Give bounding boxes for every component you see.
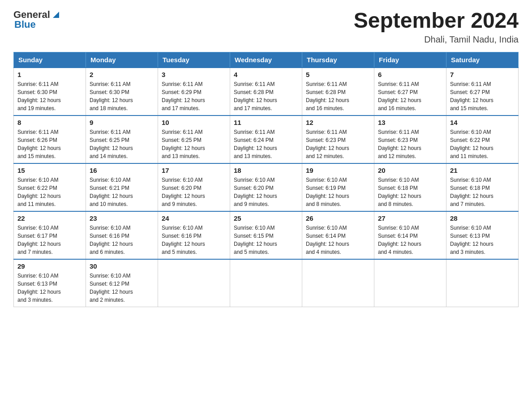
calendar-cell: 16 Sunrise: 6:10 AM Sunset: 6:21 PM Dayl… [86,163,158,211]
day-info: Sunrise: 6:11 AM Sunset: 6:25 PM Dayligh… [162,128,226,160]
day-info: Sunrise: 6:10 AM Sunset: 6:20 PM Dayligh… [162,176,226,208]
page-subtitle: Dhali, Tamil Nadu, India [354,34,519,45]
day-number: 6 [378,71,442,78]
day-info: Sunrise: 6:10 AM Sunset: 6:17 PM Dayligh… [17,224,82,256]
day-info: Sunrise: 6:10 AM Sunset: 6:21 PM Dayligh… [90,176,154,208]
calendar-week-row: 8 Sunrise: 6:11 AM Sunset: 6:26 PM Dayli… [14,116,519,163]
day-number: 30 [90,262,154,270]
day-number: 20 [378,167,442,174]
title-block: September 2024 Dhali, Tamil Nadu, India [354,9,519,45]
logo-icon: General Blue [13,9,61,30]
calendar-cell: 6 Sunrise: 6:11 AM Sunset: 6:27 PM Dayli… [374,68,446,116]
day-number: 12 [306,119,370,126]
calendar-header-sunday: Sunday [14,52,86,68]
calendar-header-monday: Monday [86,52,158,68]
day-info: Sunrise: 6:11 AM Sunset: 6:30 PM Dayligh… [17,80,82,112]
day-info: Sunrise: 6:10 AM Sunset: 6:22 PM Dayligh… [450,128,515,160]
calendar-header-friday: Friday [374,52,446,68]
calendar-cell: 19 Sunrise: 6:10 AM Sunset: 6:19 PM Dayl… [302,163,374,211]
day-number: 3 [162,71,226,78]
day-number: 28 [450,214,515,222]
calendar-cell: 24 Sunrise: 6:10 AM Sunset: 6:16 PM Dayl… [158,211,230,259]
calendar-cell: 30 Sunrise: 6:10 AM Sunset: 6:12 PM Dayl… [86,259,158,307]
day-info: Sunrise: 6:10 AM Sunset: 6:20 PM Dayligh… [234,176,298,208]
calendar-cell: 13 Sunrise: 6:11 AM Sunset: 6:23 PM Dayl… [374,116,446,163]
calendar-header-tuesday: Tuesday [158,52,230,68]
calendar-cell [446,259,519,307]
day-number: 13 [378,119,442,126]
calendar-cell: 14 Sunrise: 6:10 AM Sunset: 6:22 PM Dayl… [446,116,519,163]
calendar-week-row: 29 Sunrise: 6:10 AM Sunset: 6:13 PM Dayl… [14,259,519,307]
calendar-cell: 21 Sunrise: 6:10 AM Sunset: 6:18 PM Dayl… [446,163,519,211]
calendar-cell: 8 Sunrise: 6:11 AM Sunset: 6:26 PM Dayli… [14,116,86,163]
calendar-header-thursday: Thursday [302,52,374,68]
day-number: 11 [234,119,298,126]
day-info: Sunrise: 6:10 AM Sunset: 6:16 PM Dayligh… [90,224,154,256]
day-info: Sunrise: 6:10 AM Sunset: 6:18 PM Dayligh… [450,176,515,208]
day-number: 21 [450,167,515,174]
day-number: 27 [378,214,442,222]
calendar-cell: 18 Sunrise: 6:10 AM Sunset: 6:20 PM Dayl… [230,163,302,211]
day-number: 24 [162,214,226,222]
day-number: 7 [450,71,515,78]
calendar-cell: 28 Sunrise: 6:10 AM Sunset: 6:13 PM Dayl… [446,211,519,259]
calendar-cell [374,259,446,307]
day-info: Sunrise: 6:11 AM Sunset: 6:23 PM Dayligh… [306,128,370,160]
day-info: Sunrise: 6:10 AM Sunset: 6:13 PM Dayligh… [450,224,515,256]
calendar-cell: 22 Sunrise: 6:10 AM Sunset: 6:17 PM Dayl… [14,211,86,259]
calendar-week-row: 22 Sunrise: 6:10 AM Sunset: 6:17 PM Dayl… [14,211,519,259]
day-number: 4 [234,71,298,78]
calendar-cell: 27 Sunrise: 6:10 AM Sunset: 6:14 PM Dayl… [374,211,446,259]
day-number: 15 [17,167,82,174]
day-info: Sunrise: 6:11 AM Sunset: 6:27 PM Dayligh… [378,80,442,112]
calendar-cell: 26 Sunrise: 6:10 AM Sunset: 6:14 PM Dayl… [302,211,374,259]
day-number: 22 [17,214,82,222]
day-info: Sunrise: 6:11 AM Sunset: 6:26 PM Dayligh… [17,128,82,160]
calendar-cell: 29 Sunrise: 6:10 AM Sunset: 6:13 PM Dayl… [14,259,86,307]
calendar-cell: 2 Sunrise: 6:11 AM Sunset: 6:30 PM Dayli… [86,68,158,116]
calendar-week-row: 1 Sunrise: 6:11 AM Sunset: 6:30 PM Dayli… [14,68,519,116]
day-number: 1 [17,71,82,78]
calendar-cell [158,259,230,307]
calendar-cell: 23 Sunrise: 6:10 AM Sunset: 6:16 PM Dayl… [86,211,158,259]
calendar-cell: 11 Sunrise: 6:11 AM Sunset: 6:24 PM Dayl… [230,116,302,163]
day-info: Sunrise: 6:10 AM Sunset: 6:13 PM Dayligh… [17,272,82,304]
day-info: Sunrise: 6:11 AM Sunset: 6:25 PM Dayligh… [90,128,154,160]
day-info: Sunrise: 6:10 AM Sunset: 6:12 PM Dayligh… [90,272,154,304]
day-number: 2 [90,71,154,78]
page-header: General Blue September 2024 Dhali, Tamil… [13,9,519,45]
day-number: 5 [306,71,370,78]
day-info: Sunrise: 6:10 AM Sunset: 6:22 PM Dayligh… [17,176,82,208]
svg-marker-0 [53,12,59,18]
day-number: 8 [17,119,82,126]
day-info: Sunrise: 6:11 AM Sunset: 6:24 PM Dayligh… [234,128,298,160]
calendar-cell: 12 Sunrise: 6:11 AM Sunset: 6:23 PM Dayl… [302,116,374,163]
day-info: Sunrise: 6:11 AM Sunset: 6:29 PM Dayligh… [162,80,226,112]
calendar-header-row: SundayMondayTuesdayWednesdayThursdayFrid… [14,52,519,68]
calendar-cell: 1 Sunrise: 6:11 AM Sunset: 6:30 PM Dayli… [14,68,86,116]
day-number: 10 [162,119,226,126]
logo-triangle-icon [51,10,61,20]
day-info: Sunrise: 6:11 AM Sunset: 6:27 PM Dayligh… [450,80,515,112]
day-info: Sunrise: 6:11 AM Sunset: 6:23 PM Dayligh… [378,128,442,160]
calendar-cell: 4 Sunrise: 6:11 AM Sunset: 6:28 PM Dayli… [230,68,302,116]
day-number: 23 [90,214,154,222]
logo: General Blue [13,9,61,30]
calendar-cell [302,259,374,307]
day-info: Sunrise: 6:10 AM Sunset: 6:14 PM Dayligh… [306,224,370,256]
day-info: Sunrise: 6:10 AM Sunset: 6:14 PM Dayligh… [378,224,442,256]
logo-blue-text: Blue [14,19,36,30]
day-number: 9 [90,119,154,126]
calendar-cell: 20 Sunrise: 6:10 AM Sunset: 6:18 PM Dayl… [374,163,446,211]
day-info: Sunrise: 6:10 AM Sunset: 6:15 PM Dayligh… [234,224,298,256]
day-info: Sunrise: 6:11 AM Sunset: 6:30 PM Dayligh… [90,80,154,112]
calendar-cell [230,259,302,307]
day-number: 17 [162,167,226,174]
calendar-cell: 10 Sunrise: 6:11 AM Sunset: 6:25 PM Dayl… [158,116,230,163]
day-number: 19 [306,167,370,174]
calendar-cell: 25 Sunrise: 6:10 AM Sunset: 6:15 PM Dayl… [230,211,302,259]
calendar-header-wednesday: Wednesday [230,52,302,68]
day-info: Sunrise: 6:10 AM Sunset: 6:16 PM Dayligh… [162,224,226,256]
day-number: 26 [306,214,370,222]
day-number: 16 [90,167,154,174]
